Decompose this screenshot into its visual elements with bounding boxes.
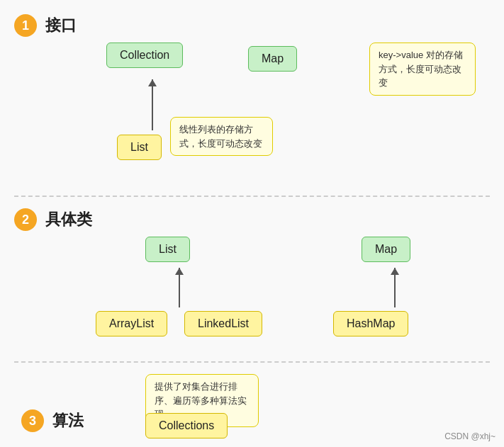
section2-list-arrow	[179, 268, 180, 307]
section2-linkedlist-label: LinkedList	[198, 317, 249, 329]
section2-number: 2	[14, 208, 37, 231]
section1-map-box: Map	[248, 46, 297, 72]
section1-map-tooltip-text: key->value 对的存储方式，长度可动态改变	[379, 50, 463, 88]
watermark: CSDN @xhj~	[444, 431, 495, 441]
section1-list-tooltip: 线性列表的存储方式，长度可动态改变	[170, 117, 273, 156]
section3-title: 3 算法	[21, 409, 84, 432]
section1-number: 1	[14, 14, 37, 37]
section2-linkedlist-box: LinkedList	[184, 311, 262, 336]
section2-map-box: Map	[362, 237, 410, 262]
section3-number: 3	[21, 409, 44, 432]
section2: 2 具体类 List Map ArrayList LinkedList	[14, 201, 490, 357]
divider2	[14, 361, 490, 363]
section2-arraylist-label: ArrayList	[109, 317, 154, 329]
section1-map-tooltip: key->value 对的存储方式，长度可动态改变	[369, 43, 476, 96]
section3: 提供了对集合进行排序、遍历等多种算法实现 3 算法 Collections	[14, 367, 490, 447]
section3-collections-label: Collections	[159, 419, 214, 431]
section2-hashmap-box: HashMap	[333, 311, 408, 336]
section2-title-text: 具体类	[45, 209, 92, 230]
section1-map-label: Map	[262, 52, 284, 64]
section3-collections-box: Collections	[145, 413, 228, 438]
section2-arraylist-box: ArrayList	[96, 311, 167, 336]
section1-list-tooltip-text: 线性列表的存储方式，长度可动态改变	[179, 124, 262, 149]
section1-diagram: key->value 对的存储方式，长度可动态改变 Collection Map…	[14, 43, 490, 184]
section2-title: 2 具体类	[14, 208, 490, 231]
section2-diagram: List Map ArrayList LinkedList HashMap	[14, 237, 490, 350]
section2-map-label: Map	[375, 243, 397, 255]
section3-diagram: 提供了对集合进行排序、遍历等多种算法实现 3 算法 Collections	[14, 374, 490, 445]
watermark-text: CSDN @xhj~	[444, 431, 495, 441]
section1-arrow	[152, 79, 153, 130]
main-container: 1 接口 key->value 对的存储方式，长度可动态改变 Collectio…	[0, 0, 504, 447]
section2-list-label: List	[159, 243, 177, 255]
section1-title-text: 接口	[45, 15, 77, 36]
divider1	[14, 196, 490, 197]
section1: 1 接口 key->value 对的存储方式，长度可动态改变 Collectio…	[14, 7, 490, 191]
section1-title: 1 接口	[14, 14, 490, 37]
section1-collection-label: Collection	[120, 49, 169, 61]
section1-list-label: List	[130, 141, 148, 153]
section2-hashmap-label: HashMap	[347, 317, 395, 329]
section2-list-box: List	[145, 237, 190, 262]
section2-map-arrow	[394, 268, 396, 307]
section1-collection-box: Collection	[106, 43, 183, 68]
section1-list-box: List	[117, 135, 162, 160]
section3-title-text: 算法	[52, 410, 84, 431]
